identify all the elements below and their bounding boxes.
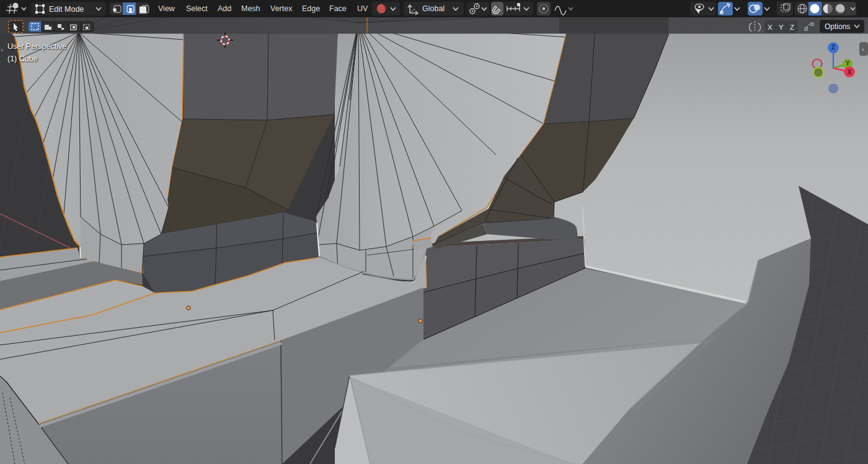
svg-text:User Perspective: User Perspective xyxy=(7,42,66,51)
svg-text:X: X xyxy=(768,24,773,31)
svg-text:Add: Add xyxy=(218,4,231,13)
svg-text:Edit Mode: Edit Mode xyxy=(49,5,84,14)
svg-text:Vertex: Vertex xyxy=(270,4,293,13)
svg-text:Select: Select xyxy=(186,4,208,13)
svg-text:›: › xyxy=(1,46,3,53)
svg-text:Edge: Edge xyxy=(302,4,320,13)
svg-text:Z: Z xyxy=(790,24,794,31)
svg-text:Y: Y xyxy=(779,24,784,31)
svg-text:Options: Options xyxy=(825,22,850,31)
svg-text:X: X xyxy=(848,69,852,76)
svg-text:‹: ‹ xyxy=(862,45,864,53)
svg-text:Mesh: Mesh xyxy=(241,4,260,13)
svg-text:Face: Face xyxy=(329,4,347,13)
svg-text:Z: Z xyxy=(831,44,835,51)
svg-text:Y: Y xyxy=(846,60,850,67)
svg-text:UV: UV xyxy=(357,4,368,13)
svg-text:(1) Cube: (1) Cube xyxy=(7,55,38,63)
svg-text:View: View xyxy=(158,4,175,13)
svg-text:Global: Global xyxy=(422,4,445,13)
